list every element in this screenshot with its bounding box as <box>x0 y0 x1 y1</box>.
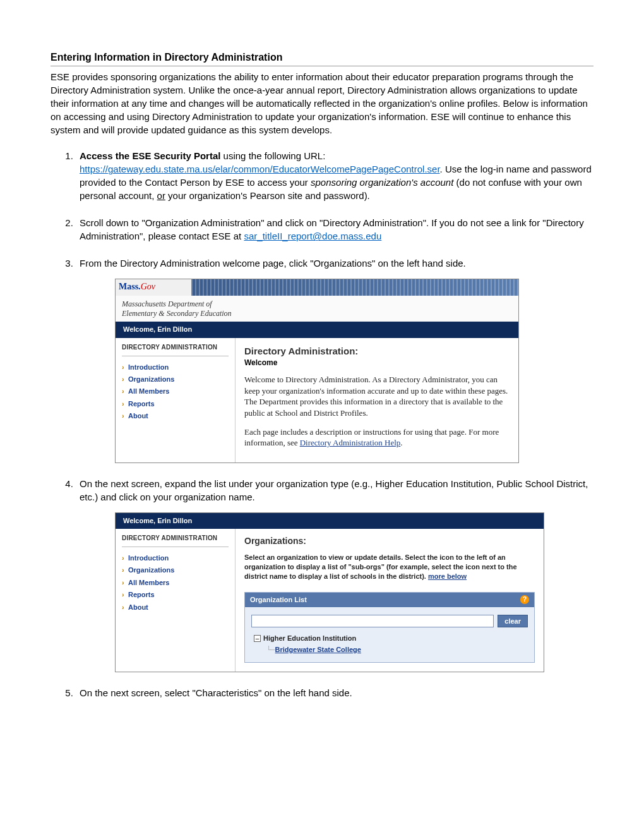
organization-list-panel: Organization List ? clear –Higher Educat… <box>244 592 535 663</box>
ss1-p2: Each page includes a description or inst… <box>244 426 510 449</box>
tree-root-label: Higher Education Institution <box>263 634 356 642</box>
page-title: Entering Information in Directory Admini… <box>51 51 593 66</box>
nav-introduction[interactable]: Introduction <box>122 361 229 373</box>
intro-paragraph: ESE provides sponsoring organizations th… <box>51 70 593 136</box>
contact-email-link[interactable]: sar_titleII_report@doe.mass.edu <box>244 231 381 241</box>
nav2-about[interactable]: About <box>122 601 229 613</box>
step-3: From the Directory Administration welcom… <box>76 257 593 462</box>
ss2-side-title: DIRECTORY ADMINISTRATION <box>122 534 229 547</box>
org-search-input[interactable] <box>251 615 494 627</box>
ss2-sidebar: DIRECTORY ADMINISTRATION Introduction Or… <box>116 529 236 672</box>
panel-header: Organization List ? <box>245 593 534 607</box>
ss1-p1: Welcome to Directory Administration. As … <box>244 374 510 418</box>
ss2-welcome-bar: Welcome, Erin Dillon <box>116 513 544 529</box>
step-1-bold: Access the ESE Security Portal <box>80 150 220 161</box>
screenshot-1: Mass.Gov Massachusetts Department of Ele… <box>115 279 519 462</box>
nav-organizations[interactable]: Organizations <box>122 373 229 385</box>
nav2-all-members[interactable]: All Members <box>122 577 229 589</box>
ss1-main: Directory Administration: Welcome Welcom… <box>236 338 518 462</box>
panel-title: Organization List <box>250 595 307 605</box>
step-5: On the next screen, select "Characterist… <box>76 686 593 699</box>
org-search: clear <box>251 615 528 627</box>
tree-branch-icon: └─ <box>266 646 274 653</box>
nav2-introduction[interactable]: Introduction <box>122 552 229 564</box>
ss1-topbar: Mass.Gov <box>116 279 518 296</box>
step-1-italic: sponsoring organization's account <box>311 177 453 188</box>
nav-about[interactable]: About <box>122 410 229 422</box>
step-2: Scroll down to "Organization Administrat… <box>76 216 593 243</box>
tree-collapse-icon[interactable]: – <box>254 635 261 642</box>
more-below-link[interactable]: more below <box>428 572 467 580</box>
ss1-main-title: Directory Administration: <box>244 344 510 358</box>
steps-list: Access the ESE Security Portal using the… <box>51 149 593 699</box>
screenshot-2: Welcome, Erin Dillon DIRECTORY ADMINISTR… <box>115 512 544 672</box>
help-icon[interactable]: ? <box>520 595 529 604</box>
ss1-welcome-bar: Welcome, Erin Dillon <box>116 322 518 337</box>
step-1: Access the ESE Security Portal using the… <box>76 149 593 202</box>
mass-gov-logo: Mass.Gov <box>119 281 155 293</box>
nav2-organizations[interactable]: Organizations <box>122 564 229 576</box>
step-4: On the next screen, expand the list unde… <box>76 477 593 672</box>
clear-button[interactable]: clear <box>498 615 528 627</box>
nav2-reports[interactable]: Reports <box>122 589 229 601</box>
topbar-stripes <box>191 279 518 296</box>
ss1-main-sub: Welcome <box>244 358 510 368</box>
ss1-side-title: DIRECTORY ADMINISTRATION <box>122 343 229 356</box>
ss1-nav: Introduction Organizations All Members R… <box>122 361 229 423</box>
tree-root: –Higher Education Institution └─Bridgewa… <box>251 634 528 655</box>
ss2-desc: Select an organization to view or update… <box>244 553 535 582</box>
security-portal-link[interactable]: https://gateway.edu.state.ma.us/elar/com… <box>80 164 440 174</box>
directory-help-link[interactable]: Directory Administration Help <box>300 438 401 447</box>
org-link-bridgewater[interactable]: Bridgewater State College <box>275 646 361 653</box>
ss2-main-title: Organizations: <box>244 535 535 548</box>
ss2-main: Organizations: Select an organization to… <box>236 529 544 672</box>
ss1-dept: Massachusetts Department of Elementary &… <box>116 296 518 322</box>
ss1-sidebar: DIRECTORY ADMINISTRATION Introduction Or… <box>116 338 236 462</box>
nav-reports[interactable]: Reports <box>122 398 229 410</box>
ss2-nav: Introduction Organizations All Members R… <box>122 552 229 613</box>
tree-child: └─Bridgewater State College <box>254 645 528 655</box>
nav-all-members[interactable]: All Members <box>122 385 229 397</box>
